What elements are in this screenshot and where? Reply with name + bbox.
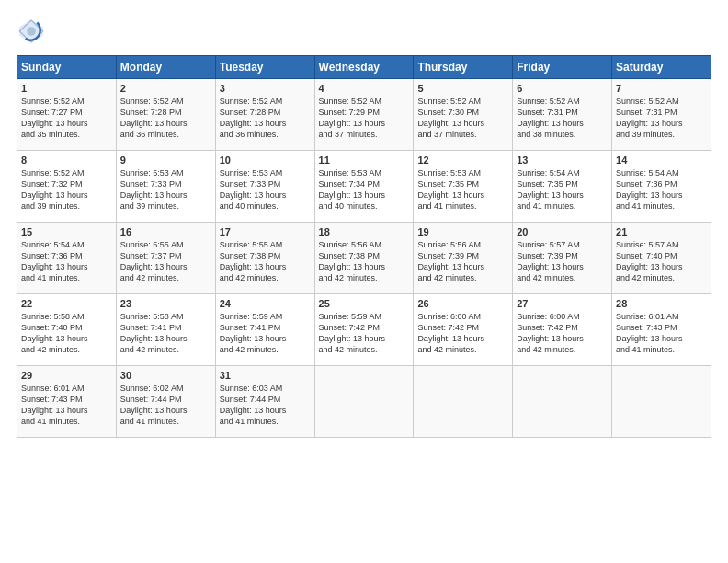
day-number: 16 <box>120 226 211 237</box>
weekday-header-wednesday: Wednesday <box>314 56 414 79</box>
day-number: 22 <box>21 298 112 309</box>
calendar-cell: 23Sunrise: 5:58 AM Sunset: 7:41 PM Dayli… <box>116 294 215 366</box>
day-number: 13 <box>517 155 608 166</box>
calendar-cell: 6Sunrise: 5:52 AM Sunset: 7:31 PM Daylig… <box>513 79 612 151</box>
day-info: Sunrise: 6:03 AM Sunset: 7:44 PM Dayligh… <box>220 383 311 428</box>
weekday-header-saturday: Saturday <box>612 56 711 79</box>
day-number: 20 <box>517 226 608 237</box>
calendar-cell: 4Sunrise: 5:52 AM Sunset: 7:29 PM Daylig… <box>314 79 414 151</box>
day-info: Sunrise: 6:00 AM Sunset: 7:42 PM Dayligh… <box>417 311 508 356</box>
day-info: Sunrise: 6:02 AM Sunset: 7:44 PM Dayligh… <box>120 383 211 428</box>
day-info: Sunrise: 5:56 AM Sunset: 7:38 PM Dayligh… <box>319 239 410 284</box>
day-number: 15 <box>21 226 112 237</box>
calendar-cell <box>314 366 414 438</box>
day-number: 7 <box>616 83 707 94</box>
calendar-cell: 27Sunrise: 6:00 AM Sunset: 7:42 PM Dayli… <box>513 294 612 366</box>
day-info: Sunrise: 5:52 AM Sunset: 7:28 PM Dayligh… <box>220 96 311 141</box>
calendar-week-row: 8Sunrise: 5:52 AM Sunset: 7:32 PM Daylig… <box>17 151 711 223</box>
logo-icon <box>17 17 46 46</box>
calendar-cell: 22Sunrise: 5:58 AM Sunset: 7:40 PM Dayli… <box>17 294 117 366</box>
day-info: Sunrise: 5:52 AM Sunset: 7:27 PM Dayligh… <box>21 96 112 141</box>
calendar-cell <box>612 366 711 438</box>
weekday-header-thursday: Thursday <box>414 56 513 79</box>
day-number: 5 <box>417 83 508 94</box>
day-info: Sunrise: 5:52 AM Sunset: 7:30 PM Dayligh… <box>417 96 508 141</box>
day-info: Sunrise: 5:58 AM Sunset: 7:40 PM Dayligh… <box>21 311 112 356</box>
calendar-week-row: 22Sunrise: 5:58 AM Sunset: 7:40 PM Dayli… <box>17 294 711 366</box>
day-number: 21 <box>616 226 707 237</box>
calendar-cell: 3Sunrise: 5:52 AM Sunset: 7:28 PM Daylig… <box>215 79 314 151</box>
day-number: 25 <box>319 298 410 309</box>
calendar-cell: 8Sunrise: 5:52 AM Sunset: 7:32 PM Daylig… <box>17 151 117 223</box>
calendar-cell: 14Sunrise: 5:54 AM Sunset: 7:36 PM Dayli… <box>612 151 711 223</box>
day-number: 2 <box>120 83 211 94</box>
calendar-week-row: 1Sunrise: 5:52 AM Sunset: 7:27 PM Daylig… <box>17 79 711 151</box>
weekday-header-row: SundayMondayTuesdayWednesdayThursdayFrid… <box>17 56 711 79</box>
calendar-cell: 10Sunrise: 5:53 AM Sunset: 7:33 PM Dayli… <box>215 151 314 223</box>
day-number: 23 <box>120 298 211 309</box>
calendar-cell: 31Sunrise: 6:03 AM Sunset: 7:44 PM Dayli… <box>215 366 314 438</box>
day-info: Sunrise: 5:55 AM Sunset: 7:38 PM Dayligh… <box>220 239 311 284</box>
calendar-cell: 18Sunrise: 5:56 AM Sunset: 7:38 PM Dayli… <box>314 223 414 294</box>
weekday-header-friday: Friday <box>513 56 612 79</box>
day-number: 9 <box>120 155 211 166</box>
calendar-table: SundayMondayTuesdayWednesdayThursdayFrid… <box>17 55 711 438</box>
calendar-cell: 28Sunrise: 6:01 AM Sunset: 7:43 PM Dayli… <box>612 294 711 366</box>
day-number: 11 <box>319 155 410 166</box>
day-info: Sunrise: 5:52 AM Sunset: 7:31 PM Dayligh… <box>616 96 707 141</box>
day-info: Sunrise: 5:53 AM Sunset: 7:35 PM Dayligh… <box>417 167 508 213</box>
day-number: 18 <box>319 226 410 237</box>
day-number: 12 <box>417 155 508 166</box>
calendar-cell: 5Sunrise: 5:52 AM Sunset: 7:30 PM Daylig… <box>414 79 513 151</box>
day-info: Sunrise: 5:52 AM Sunset: 7:28 PM Dayligh… <box>120 96 211 141</box>
calendar-cell: 30Sunrise: 6:02 AM Sunset: 7:44 PM Dayli… <box>116 366 215 438</box>
calendar-cell: 19Sunrise: 5:56 AM Sunset: 7:39 PM Dayli… <box>414 223 513 294</box>
calendar-cell: 26Sunrise: 6:00 AM Sunset: 7:42 PM Dayli… <box>414 294 513 366</box>
day-info: Sunrise: 6:01 AM Sunset: 7:43 PM Dayligh… <box>616 311 707 356</box>
header <box>17 17 711 46</box>
day-number: 31 <box>220 370 311 381</box>
day-number: 24 <box>220 298 311 309</box>
weekday-header-sunday: Sunday <box>17 56 117 79</box>
calendar-cell: 9Sunrise: 5:53 AM Sunset: 7:33 PM Daylig… <box>116 151 215 223</box>
day-info: Sunrise: 6:01 AM Sunset: 7:43 PM Dayligh… <box>21 383 112 428</box>
calendar-cell: 20Sunrise: 5:57 AM Sunset: 7:39 PM Dayli… <box>513 223 612 294</box>
day-number: 27 <box>517 298 608 309</box>
weekday-header-tuesday: Tuesday <box>215 56 314 79</box>
day-info: Sunrise: 5:53 AM Sunset: 7:34 PM Dayligh… <box>319 167 410 213</box>
day-info: Sunrise: 5:59 AM Sunset: 7:41 PM Dayligh… <box>220 311 311 356</box>
day-info: Sunrise: 5:59 AM Sunset: 7:42 PM Dayligh… <box>319 311 410 356</box>
weekday-header-monday: Monday <box>116 56 215 79</box>
day-info: Sunrise: 6:00 AM Sunset: 7:42 PM Dayligh… <box>517 311 608 356</box>
calendar-cell: 29Sunrise: 6:01 AM Sunset: 7:43 PM Dayli… <box>17 366 117 438</box>
day-number: 6 <box>517 83 608 94</box>
calendar-cell: 17Sunrise: 5:55 AM Sunset: 7:38 PM Dayli… <box>215 223 314 294</box>
day-number: 28 <box>616 298 707 309</box>
day-info: Sunrise: 5:52 AM Sunset: 7:31 PM Dayligh… <box>517 96 608 141</box>
day-info: Sunrise: 5:53 AM Sunset: 7:33 PM Dayligh… <box>120 167 211 213</box>
day-number: 10 <box>220 155 311 166</box>
day-number: 4 <box>319 83 410 94</box>
day-info: Sunrise: 5:53 AM Sunset: 7:33 PM Dayligh… <box>220 167 311 213</box>
day-number: 14 <box>616 155 707 166</box>
calendar-cell: 25Sunrise: 5:59 AM Sunset: 7:42 PM Dayli… <box>314 294 414 366</box>
day-info: Sunrise: 5:54 AM Sunset: 7:35 PM Dayligh… <box>517 167 608 213</box>
day-info: Sunrise: 5:57 AM Sunset: 7:39 PM Dayligh… <box>517 239 608 284</box>
calendar-cell: 7Sunrise: 5:52 AM Sunset: 7:31 PM Daylig… <box>612 79 711 151</box>
calendar-cell: 12Sunrise: 5:53 AM Sunset: 7:35 PM Dayli… <box>414 151 513 223</box>
day-number: 1 <box>21 83 112 94</box>
day-info: Sunrise: 5:54 AM Sunset: 7:36 PM Dayligh… <box>616 167 707 213</box>
calendar-week-row: 29Sunrise: 6:01 AM Sunset: 7:43 PM Dayli… <box>17 366 711 438</box>
calendar-cell: 2Sunrise: 5:52 AM Sunset: 7:28 PM Daylig… <box>116 79 215 151</box>
calendar-cell <box>414 366 513 438</box>
page: SundayMondayTuesdayWednesdayThursdayFrid… <box>0 0 728 563</box>
day-info: Sunrise: 5:58 AM Sunset: 7:41 PM Dayligh… <box>120 311 211 356</box>
svg-point-1 <box>27 27 36 36</box>
day-number: 30 <box>120 370 211 381</box>
day-info: Sunrise: 5:52 AM Sunset: 7:29 PM Dayligh… <box>319 96 410 141</box>
calendar-cell: 13Sunrise: 5:54 AM Sunset: 7:35 PM Dayli… <box>513 151 612 223</box>
calendar-cell: 21Sunrise: 5:57 AM Sunset: 7:40 PM Dayli… <box>612 223 711 294</box>
day-number: 19 <box>417 226 508 237</box>
calendar-cell: 24Sunrise: 5:59 AM Sunset: 7:41 PM Dayli… <box>215 294 314 366</box>
day-info: Sunrise: 5:54 AM Sunset: 7:36 PM Dayligh… <box>21 239 112 284</box>
